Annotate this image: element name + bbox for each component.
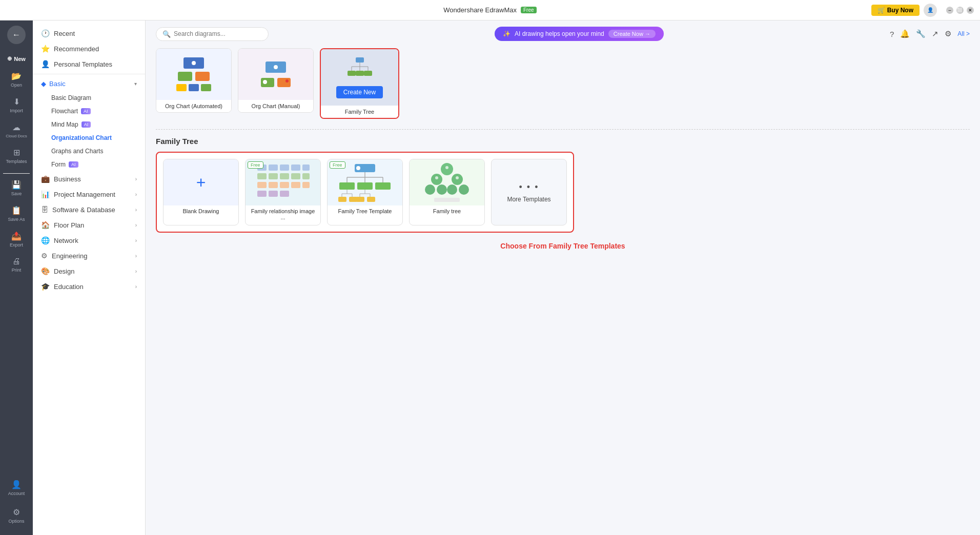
sidebar-item-print[interactable]: 🖨 Print <box>2 254 31 276</box>
svg-rect-35 <box>357 182 373 190</box>
settings-icon[interactable]: ⚙ <box>945 29 951 38</box>
chevron-right-software: › <box>135 207 137 213</box>
org-manual-label: Org Chart (Manual) <box>238 100 313 112</box>
family-tree-create-card[interactable]: Create New Family Tree <box>320 48 399 119</box>
free-tag-rel: Free <box>248 161 263 169</box>
svg-rect-21 <box>280 182 289 188</box>
svg-point-54 <box>447 184 457 195</box>
sidebar-item-graphs[interactable]: Graphs and Charts <box>33 145 145 158</box>
sidebar-item-export[interactable]: 📤 Export <box>2 228 31 251</box>
sidebar-item-new[interactable]: ⊕ New <box>2 52 31 65</box>
app-body: ← ⊕ New 📂 Open ⬇ Import ☁ Cloud Docs ⊞ T… <box>0 20 980 535</box>
chevron-right-floor: › <box>135 222 137 228</box>
svg-rect-24 <box>257 191 267 197</box>
sidebar-item-open[interactable]: 📂 Open <box>2 68 31 91</box>
family-tree-section-heading: Family Tree <box>156 137 970 146</box>
org-auto-preview <box>156 49 231 100</box>
sidebar-item-engineering[interactable]: ⚙ Engineering › <box>33 248 145 263</box>
share-icon[interactable]: ↗ <box>932 29 938 38</box>
svg-rect-22 <box>291 182 300 188</box>
sidebar-item-templates[interactable]: ⊞ Templates <box>2 145 31 167</box>
org-chart-manual-card[interactable]: Org Chart (Manual) <box>238 48 314 113</box>
category-basic[interactable]: ◆ Basic ▾ <box>33 76 145 91</box>
cart-icon: 🛒 <box>877 7 885 14</box>
sidebar-item-saveas[interactable]: 📋 Save As <box>2 202 31 225</box>
family-tree-card[interactable]: Family tree <box>409 159 485 225</box>
sidebar-item-business[interactable]: 💼 Business › <box>33 171 145 187</box>
svg-rect-11 <box>280 164 289 171</box>
search-input[interactable] <box>174 30 262 37</box>
sidebar-item-org-chart[interactable]: Organizational Chart <box>33 131 145 145</box>
help-icon[interactable]: ? <box>890 30 894 38</box>
sidebar-item-recommended[interactable]: ⭐ Recommended <box>33 41 145 56</box>
chevron-right-education: › <box>135 284 137 290</box>
bell-icon[interactable]: 🔔 <box>900 29 910 38</box>
main-content: 🔍 ✨ AI drawing helps open your mind Crea… <box>146 20 980 535</box>
software-icon: 🗄 <box>41 205 48 214</box>
recommended-icon: ⭐ <box>41 45 50 53</box>
maximize-button[interactable]: ⬜ <box>956 7 964 14</box>
svg-rect-34 <box>339 182 355 190</box>
sidebar-item-mind-map[interactable]: Mind Map AI <box>33 118 145 131</box>
sidebar-item-personal[interactable]: 👤 Personal Templates <box>33 56 145 72</box>
svg-rect-42 <box>349 197 357 202</box>
project-icon: 📊 <box>41 190 50 198</box>
all-link[interactable]: All > <box>957 30 970 37</box>
svg-point-56 <box>445 166 448 169</box>
svg-rect-48 <box>367 197 375 202</box>
svg-point-53 <box>437 184 447 195</box>
tools-icon[interactable]: 🔧 <box>916 29 926 38</box>
family-rel-preview: Free <box>246 159 320 205</box>
search-bar[interactable]: 🔍 <box>156 27 269 41</box>
sidebar-item-software[interactable]: 🗄 Software & Database › <box>33 202 145 217</box>
sidebar-item-options[interactable]: ⚙ Options <box>2 504 31 527</box>
org-auto-label: Org Chart (Automated) <box>156 100 231 112</box>
svg-rect-23 <box>302 182 310 188</box>
window-controls: – ⬜ ✕ <box>946 7 974 14</box>
icon-sidebar: ← ⊕ New 📂 Open ⬇ Import ☁ Cloud Docs ⊞ T… <box>0 20 33 535</box>
family-template-card[interactable]: Free <box>327 159 403 225</box>
sidebar-item-design[interactable]: 🎨 Design › <box>33 263 145 279</box>
buy-now-button[interactable]: 🛒 Buy Now <box>871 5 920 16</box>
back-button[interactable]: ← <box>7 26 26 44</box>
plus-icon: + <box>196 173 206 192</box>
titlebar: Wondershare EdrawMax Free 🛒 Buy Now 👤 – … <box>0 0 980 20</box>
org-chart-automated-card[interactable]: Org Chart (Automated) <box>156 48 232 113</box>
education-icon: 🎓 <box>41 282 50 291</box>
more-templates-card[interactable]: • • • More Templates <box>491 159 567 225</box>
blank-preview: + <box>164 159 238 205</box>
choose-label: Choose From Family Tree Templates <box>156 242 970 250</box>
ai-banner[interactable]: ✨ AI drawing helps open your mind Create… <box>495 27 664 41</box>
sidebar-item-form[interactable]: Form AI <box>33 158 145 171</box>
family-tree-create-label: Family Tree <box>321 106 398 118</box>
recent-icon: 🕐 <box>41 29 50 37</box>
sidebar-item-flowchart[interactable]: Flowchart AI <box>33 105 145 118</box>
org-auto-graphic <box>176 57 211 91</box>
close-button[interactable]: ✕ <box>967 7 974 14</box>
avatar[interactable]: 👤 <box>924 4 937 17</box>
sidebar-item-import[interactable]: ⬇ Import <box>2 94 31 116</box>
chevron-right-business: › <box>135 176 137 182</box>
sidebar-item-network[interactable]: 🌐 Network › <box>33 233 145 248</box>
family-rel-card[interactable]: Free <box>245 159 321 225</box>
family-tree-cards-wrapper: + Blank Drawing Free <box>156 152 574 233</box>
account-icon: 👤 <box>11 480 22 489</box>
minimize-button[interactable]: – <box>946 7 953 14</box>
app-name: Wondershare EdrawMax <box>443 6 517 14</box>
family-template-graphic <box>337 162 393 203</box>
sidebar-item-floor[interactable]: 🏠 Floor Plan › <box>33 217 145 233</box>
family-tree-create-preview: Create New <box>321 49 398 106</box>
family-tree-label: Family tree <box>410 205 484 217</box>
sidebar-item-cloud[interactable]: ☁ Cloud Docs <box>2 119 31 141</box>
sidebar-item-recent[interactable]: 🕐 Recent <box>33 26 145 41</box>
sidebar-item-save[interactable]: 💾 Save <box>2 177 31 199</box>
ai-badge: AI <box>81 108 91 114</box>
sidebar-item-education[interactable]: 🎓 Education › <box>33 279 145 294</box>
sidebar-item-basic-diagram[interactable]: Basic Diagram <box>33 91 145 105</box>
sidebar-item-project[interactable]: 📊 Project Management › <box>33 187 145 202</box>
blank-label: Blank Drawing <box>164 205 238 217</box>
create-new-button[interactable]: Create New <box>336 86 383 98</box>
blank-drawing-card[interactable]: + Blank Drawing <box>163 159 239 225</box>
sidebar-item-account[interactable]: 👤 Account <box>2 477 31 499</box>
svg-rect-7 <box>356 71 364 76</box>
